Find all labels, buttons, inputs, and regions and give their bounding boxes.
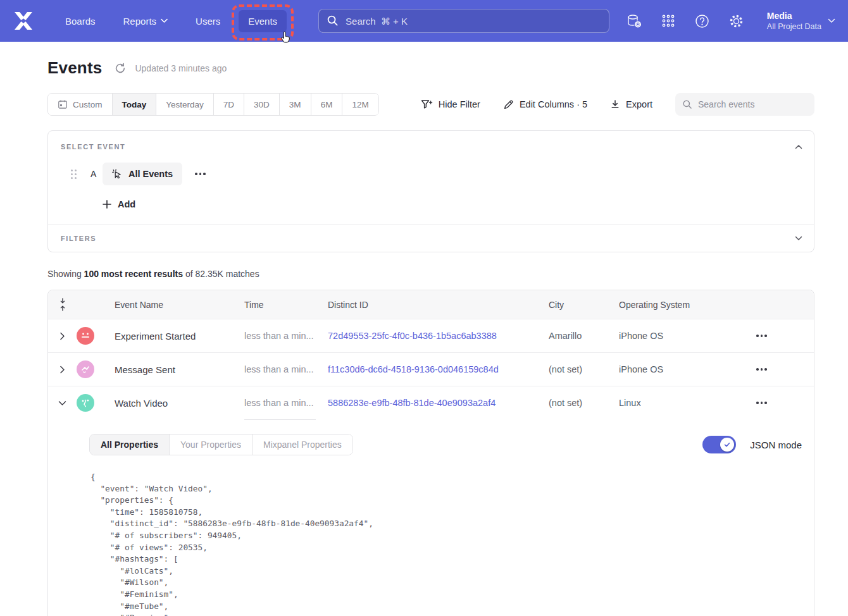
nav-menu: Boards Reports Users Events xyxy=(56,10,287,32)
export-button[interactable]: Export xyxy=(610,99,652,109)
help-icon[interactable] xyxy=(695,14,709,28)
col-time: Time xyxy=(244,300,328,310)
json-mode-toggle[interactable] xyxy=(702,436,736,453)
data-management-icon[interactable] xyxy=(627,14,642,28)
cell-os: Linux xyxy=(619,398,741,408)
nav-item-users[interactable]: Users xyxy=(186,10,230,32)
expand-collapse-all-icon[interactable] xyxy=(48,298,77,311)
event-selector-row: A All Events xyxy=(71,163,814,185)
date-range-today[interactable]: Today xyxy=(112,94,156,115)
search-icon xyxy=(682,99,692,109)
event-detail-panel: All Properties Your Properties Mixpanel … xyxy=(48,419,814,616)
cell-distinct-id-link[interactable]: 72d49553-25fc-4f0c-b436-1b5ac6ab3388 xyxy=(328,331,497,341)
date-range-segmented: Custom Today Yesterday 7D 30D 3M 6M 12M xyxy=(47,93,379,116)
table-row-expanded[interactable]: Watch Video less than a min... 5886283e-… xyxy=(48,386,814,419)
refresh-icon[interactable] xyxy=(115,63,126,74)
mixpanel-logo-icon[interactable] xyxy=(13,12,34,30)
row-expand-icon[interactable] xyxy=(48,332,77,340)
apps-grid-icon[interactable] xyxy=(661,14,675,28)
tab-your-properties[interactable]: Your Properties xyxy=(169,434,252,455)
global-search xyxy=(318,9,609,33)
cell-city: (not set) xyxy=(549,398,619,408)
event-more-icon[interactable] xyxy=(191,169,209,179)
filters-section-toggle[interactable]: FILTERS xyxy=(48,225,814,252)
date-range-3m[interactable]: 3M xyxy=(279,94,311,115)
date-range-30d[interactable]: 30D xyxy=(244,94,279,115)
date-range-7d[interactable]: 7D xyxy=(213,94,244,115)
toggle-knob-check-icon xyxy=(720,438,734,452)
sparkle-cursor-icon xyxy=(112,169,123,180)
table-row[interactable]: Message Sent less than a min... f11c30d6… xyxy=(48,352,814,386)
cell-time: less than a min... xyxy=(244,353,328,386)
project-scope: All Project Data xyxy=(767,22,821,32)
cell-event-name: Watch Video xyxy=(115,398,244,409)
row-collapse-icon[interactable] xyxy=(48,400,77,406)
main-content: Events Updated 3 minutes ago Custom Toda… xyxy=(0,58,848,616)
add-event-button[interactable]: Add xyxy=(103,199,153,209)
hide-filter-button[interactable]: Hide Filter xyxy=(421,99,480,110)
pencil-icon xyxy=(503,99,514,110)
row-expand-icon[interactable] xyxy=(48,366,77,374)
search-events xyxy=(675,93,814,116)
event-avatar xyxy=(77,360,94,378)
row-more-icon[interactable] xyxy=(752,331,771,341)
project-name: Media xyxy=(767,10,821,22)
tab-all-properties[interactable]: All Properties xyxy=(90,434,169,455)
search-events-input[interactable] xyxy=(675,93,814,116)
calendar-icon xyxy=(58,99,68,109)
col-city: City xyxy=(549,300,619,310)
cell-os: iPhone OS xyxy=(619,364,741,374)
chevron-up-icon[interactable] xyxy=(795,144,802,149)
nav-right-group: Media All Project Data xyxy=(627,10,835,32)
filters-label: FILTERS xyxy=(61,235,96,242)
chevron-down-icon xyxy=(795,236,802,241)
event-avatar xyxy=(77,327,94,345)
results-summary: Showing 100 most recent results of 82.35… xyxy=(47,269,814,279)
cell-distinct-id-link[interactable]: f11c30d6-dc6d-4518-9136-0d046159c84d xyxy=(328,364,499,374)
cell-event-name: Experiment Started xyxy=(115,331,244,342)
date-range-6m[interactable]: 6M xyxy=(311,94,342,115)
chevron-down-icon xyxy=(161,18,168,23)
col-event-name: Event Name xyxy=(115,300,244,310)
drag-handle-icon[interactable] xyxy=(71,169,77,179)
properties-tabs: All Properties Your Properties Mixpanel … xyxy=(89,434,353,455)
events-page: Boards Reports Users Events xyxy=(0,0,848,616)
event-row-letter: A xyxy=(90,169,97,179)
chevron-down-icon xyxy=(828,18,835,23)
top-nav: Boards Reports Users Events xyxy=(0,0,848,42)
page-title: Events xyxy=(47,58,102,78)
cell-time: less than a min... xyxy=(244,386,328,419)
date-range-12m[interactable]: 12M xyxy=(342,94,378,115)
cell-event-name: Message Sent xyxy=(115,364,244,375)
tab-mixpanel-properties[interactable]: Mixpanel Properties xyxy=(252,434,352,455)
cell-time: less than a min... xyxy=(244,319,328,352)
search-icon xyxy=(327,15,339,27)
query-builder-card: SELECT EVENT A All Events Add xyxy=(47,130,814,252)
settings-gear-icon[interactable] xyxy=(729,14,744,28)
edit-columns-button[interactable]: Edit Columns · 5 xyxy=(503,99,587,110)
updated-status: Updated 3 minutes ago xyxy=(135,63,227,73)
row-more-icon[interactable] xyxy=(752,364,771,374)
select-event-label: SELECT EVENT xyxy=(61,143,125,151)
cell-city: (not set) xyxy=(549,364,619,374)
table-row[interactable]: Experiment Started less than a min... 72… xyxy=(48,319,814,352)
events-table: Event Name Time Distinct ID City Operati… xyxy=(47,290,814,616)
date-range-yesterday[interactable]: Yesterday xyxy=(156,94,213,115)
event-chip-all-events[interactable]: All Events xyxy=(103,163,182,185)
cell-os: iPhone OS xyxy=(619,331,741,341)
cursor-hand-icon xyxy=(280,30,292,44)
nav-item-reports[interactable]: Reports xyxy=(114,10,178,32)
funnel-plus-icon xyxy=(421,99,433,110)
col-distinct-id: Distinct ID xyxy=(328,300,549,310)
plus-icon xyxy=(103,200,111,209)
global-search-input[interactable] xyxy=(318,9,609,33)
nav-item-boards[interactable]: Boards xyxy=(56,10,105,32)
project-switcher[interactable]: Media All Project Data xyxy=(767,10,835,32)
date-range-custom[interactable]: Custom xyxy=(48,94,112,115)
nav-item-events[interactable]: Events xyxy=(239,10,287,32)
row-more-icon[interactable] xyxy=(752,398,771,408)
json-mode-label: JSON mode xyxy=(750,440,802,450)
download-icon xyxy=(610,99,620,109)
cell-distinct-id-link[interactable]: 5886283e-e9fb-48fb-81de-40e9093a2af4 xyxy=(328,398,496,408)
event-avatar xyxy=(77,394,94,412)
